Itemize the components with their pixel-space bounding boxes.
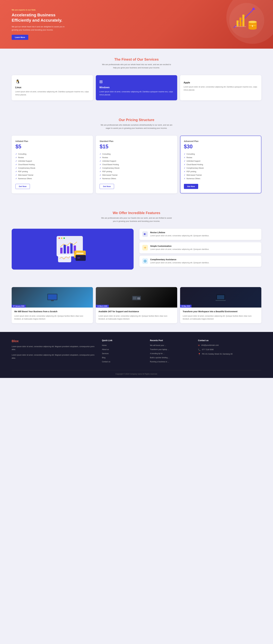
phone-icon: 📞: [198, 348, 201, 351]
footer-link-home[interactable]: Home: [102, 344, 144, 346]
footer-grid: Blox Lorem ipsum dolor sit amet, consect…: [12, 339, 261, 364]
feature-title-revise: Revise Lifetime: [150, 231, 209, 234]
svg-point-14: [58, 238, 60, 239]
service-desc-linux: Lorem ipsum dolor sit amet, consectetur …: [15, 90, 89, 96]
feature-title-custom: Simple Customization: [150, 245, 209, 247]
footer-email-text: info@yourdomain.com: [201, 344, 219, 346]
svg-marker-0: [252, 7, 256, 10]
footer-recent-1[interactable]: We will boost your ...: [150, 344, 192, 346]
svg-rect-17: [60, 248, 62, 254]
service-card-linux: 🐧 Linux Lorem ipsum dolor sit amet, cons…: [12, 75, 93, 100]
svg-rect-39: [51, 300, 54, 301]
blog-grid: 07 January 2026 We Will Boost Your Busin…: [12, 287, 261, 323]
pricing-price-1: $5: [15, 144, 89, 150]
service-card-windows: ⊞ Windows Lorem ipsum dolor sit amet, co…: [96, 75, 177, 100]
svg-rect-8: [240, 18, 242, 26]
footer-brand-col: Blox Lorem ipsum dolor sit amet, consect…: [12, 339, 96, 364]
pricing-feature: Complimentary Ebook: [100, 166, 173, 170]
pricing-title: Our Pricing Structure: [12, 118, 261, 122]
pricing-features-3: Consulting Review Unlimited Support Clou…: [184, 152, 258, 180]
footer-recent-4[interactable]: Build a quicker binding ...: [150, 356, 192, 359]
feature-item-assist: Complimentary Assistance Lorem ipsum dol…: [139, 256, 261, 267]
svg-rect-38: [48, 294, 57, 300]
pricing-card-standard: Standard Plan $15 Consulting Review Unli…: [96, 136, 177, 193]
pricing-btn-3[interactable]: Get Now: [184, 184, 198, 189]
footer-recent-list: We will boost your ... Transform your la…: [150, 344, 192, 363]
footer-phone: 📞 077 7130 5090: [198, 348, 261, 351]
footer-link-about[interactable]: About us: [102, 348, 144, 350]
pricing-features-2: Consulting Review Unlimited Support Clou…: [100, 152, 173, 180]
svg-rect-9: [242, 14, 245, 26]
footer-desc-1: Lorem ipsum dolor sit amet, consectetur …: [12, 345, 96, 351]
email-icon: ✉: [198, 344, 200, 346]
footer-address-text: PKI 4/1 Gulsley Street 33, Garstang UK: [202, 353, 233, 355]
pricing-subtitle: We are professionals who dedicate oursel…: [100, 124, 173, 130]
services-subtitle: We are professionals who put our whole h…: [100, 63, 173, 69]
svg-rect-23: [76, 253, 84, 254]
service-desc-windows: Lorem ipsum dolor sit amet, consectetur …: [99, 90, 174, 96]
footer-link-contact[interactable]: Contact us: [102, 360, 144, 363]
pricing-feature: Unlimited Support: [15, 159, 89, 163]
footer-email: ✉ info@yourdomain.com: [198, 344, 261, 346]
svg-rect-27: [58, 255, 71, 262]
blog-title-3: Transform your Workspace into a Beautifu…: [183, 310, 259, 313]
blog-body-2: Available 24/7 for Support and Assistanc…: [96, 308, 177, 323]
service-title-windows: Windows: [99, 86, 174, 89]
hero-chart-svg: $: [231, 6, 260, 32]
svg-point-16: [63, 238, 65, 239]
footer-link-blog[interactable]: Blog: [102, 356, 144, 359]
footer-quick-links-col: Quick Link Home About us Services Blog C…: [102, 339, 144, 364]
svg-point-5: [249, 21, 257, 23]
pricing-feature: Web-based Tutorial: [100, 173, 173, 177]
hero-content: We are experts in our field. Acceleratin…: [12, 9, 67, 40]
svg-rect-18: [64, 245, 66, 254]
svg-rect-7: [237, 20, 239, 26]
footer-contact-title: Contact us: [198, 339, 261, 342]
pricing-feature: Web-based Tutorial: [184, 173, 258, 177]
pricing-feature: Numerous Others: [100, 177, 173, 180]
blog-desc-2: Lorem ipsum dolor sit amet, consectetur …: [98, 314, 174, 320]
feature-desc-custom: Lorem ipsum dolor sit amet, consectetur …: [150, 248, 209, 251]
pricing-feature: Review: [184, 156, 258, 159]
pricing-name-2: Standard Plan: [100, 140, 173, 142]
blog-date-3: 03 May 2026: [180, 305, 192, 308]
pricing-feature: Review: [15, 156, 89, 159]
blog-date-1: 07 January 2026: [12, 305, 26, 308]
footer-recent-5[interactable]: Running a business is ...: [150, 360, 192, 363]
footer-link-services[interactable]: Services: [102, 352, 144, 355]
blog-img-3: 03 May 2026: [180, 287, 261, 308]
svg-rect-20: [70, 243, 73, 254]
pricing-feature: Cloud-Based Hosting: [100, 163, 173, 166]
pricing-feature: Numerous Others: [15, 177, 89, 180]
svg-rect-29: [145, 233, 146, 235]
features-grid: </> Revise Lifetime Lorem ipsum dolor si…: [12, 229, 261, 270]
pricing-feature: Consulting: [100, 152, 173, 156]
pricing-name-3: Advanced Plan: [184, 140, 258, 142]
feature-desc-revise: Lorem ipsum dolor sit amet, consectetur …: [150, 234, 209, 237]
blog-date-2: 12 March 2026: [96, 305, 109, 308]
footer-recent-3[interactable]: A trending tip for ...: [150, 352, 192, 355]
pricing-feature: Cloud-Based Hosting: [15, 163, 89, 166]
revise-icon: [142, 231, 148, 237]
hero-learn-more-button[interactable]: Learn More: [12, 35, 28, 40]
footer: Blox Lorem ipsum dolor sit amet, consect…: [0, 332, 273, 378]
pricing-btn-2[interactable]: Get Now: [100, 184, 114, 189]
service-desc-apple: Lorem ipsum dolor sit amet, consectetur …: [184, 86, 258, 92]
pricing-feature: Consulting: [184, 152, 258, 156]
pricing-feature: Consulting: [15, 152, 89, 156]
pricing-feature: Complimentary Ebook: [15, 166, 89, 170]
pricing-btn-1[interactable]: Get Now: [15, 184, 30, 189]
pricing-feature: PDF printing: [184, 170, 258, 173]
hero-illustration: $: [229, 4, 261, 34]
feature-text-revise: Revise Lifetime Lorem ipsum dolor sit am…: [150, 231, 209, 237]
hero-tag: We are experts in our field.: [12, 9, 67, 11]
pricing-card-advanced: Advanced Plan $30 Consulting Review Unli…: [180, 136, 261, 193]
svg-rect-13: [57, 238, 83, 240]
footer-recent-title: Recents Post: [150, 339, 192, 342]
svg-point-36: [145, 261, 146, 262]
blog-title-2: Available 24/7 for Support and Assistanc…: [98, 310, 174, 313]
svg-point-15: [61, 238, 62, 239]
footer-recent-2[interactable]: Transform your laptop ...: [150, 348, 192, 350]
pricing-card-initiated: Initiated Plan $5 Consulting Review Unli…: [12, 136, 93, 193]
svg-point-30: [145, 247, 146, 248]
